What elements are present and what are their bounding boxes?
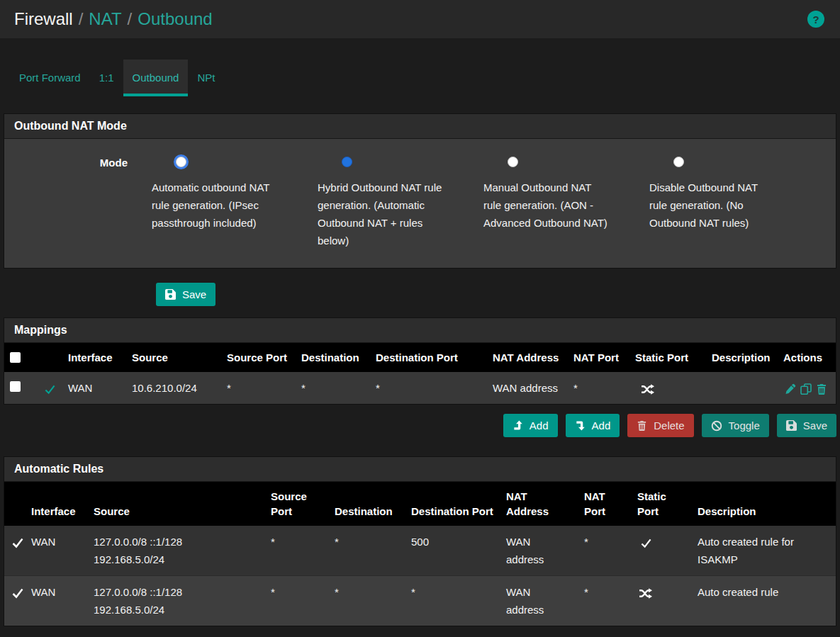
floppy-icon — [786, 420, 797, 431]
radio-automatic[interactable] — [176, 157, 186, 167]
status-col-header — [31, 343, 62, 372]
save-mode-button[interactable]: Save — [156, 283, 215, 306]
outbound-nat-mode-panel: Outbound NAT Mode Mode Automatic outboun… — [4, 113, 836, 269]
check-icon — [640, 538, 652, 548]
cell-nat-port: * — [578, 576, 632, 626]
cell-interface: WAN — [26, 576, 88, 626]
select-all-header — [4, 343, 31, 372]
breadcrumb-link-nat[interactable]: NAT — [89, 9, 121, 28]
col-description: Description — [706, 343, 778, 372]
help-icon[interactable]: ? — [807, 11, 824, 28]
add-rule-bottom-button[interactable]: Add — [566, 414, 620, 437]
save-mappings-button[interactable]: Save — [777, 414, 836, 437]
radio-hybrid[interactable] — [342, 157, 352, 167]
cell-source: 127.0.0.0/8 ::1/128 192.168.5.0/24 — [88, 576, 265, 626]
cell-nat-port: * — [568, 372, 629, 404]
panel-title: Automatic Rules — [4, 457, 836, 482]
rule-enabled-cell — [4, 526, 26, 576]
mappings-action-bar: Add Add Delete Toggle Save — [4, 414, 836, 437]
col-source-port: Source Port — [265, 482, 329, 526]
mode-option-manual: Manual Outbound NAT rule generation. (AO… — [483, 154, 625, 249]
cell-destination: * — [329, 576, 405, 626]
auto-rule-row: WAN 127.0.0.0/8 ::1/128 192.168.5.0/24 *… — [4, 526, 836, 576]
level-down-arrow-icon — [575, 420, 586, 431]
breadcrumb-section: Firewall — [14, 9, 73, 28]
tab-port-forward[interactable]: Port Forward — [10, 60, 90, 96]
cell-nat-address: WAN address — [500, 576, 578, 626]
cell-destination: * — [296, 372, 370, 404]
mode-option-hybrid: Hybrid Outbound NAT rule generation. (Au… — [318, 154, 459, 249]
breadcrumb: Firewall/NAT/Outbound — [14, 9, 807, 29]
col-static-port: Static Port — [629, 343, 706, 372]
check-icon — [11, 537, 24, 548]
mode-field-label: Mode — [16, 154, 128, 249]
cell-actions — [778, 372, 836, 404]
col-nat-address: NAT Address — [500, 482, 578, 526]
cell-static-port — [632, 576, 692, 626]
col-description: Description — [692, 482, 836, 526]
copy-icon[interactable] — [800, 383, 812, 395]
rule-enabled-cell[interactable] — [31, 372, 62, 404]
radio-hybrid-label[interactable]: Hybrid Outbound NAT rule generation. (Au… — [318, 179, 444, 249]
breadcrumb-page: Outbound — [138, 9, 212, 28]
cell-description: Auto created rule for ISAKMP — [692, 526, 836, 576]
cell-static-port — [629, 372, 706, 404]
save-button-label: Save — [182, 288, 206, 300]
col-source: Source — [126, 343, 221, 372]
radio-manual[interactable] — [508, 157, 518, 167]
select-all-checkbox[interactable] — [10, 352, 21, 363]
cell-nat-address: WAN address — [487, 372, 568, 404]
delete-trash-icon[interactable] — [816, 383, 827, 395]
col-source: Source — [88, 482, 265, 526]
cell-destination-port: 500 — [405, 526, 500, 576]
col-nat-port: NAT Port — [568, 343, 629, 372]
check-icon — [44, 384, 56, 395]
col-interface: Interface — [26, 482, 88, 526]
automatic-rules-table: Interface Source Source Port Destination… — [4, 482, 836, 626]
auto-rule-row: WAN 127.0.0.0/8 ::1/128 192.168.5.0/24 *… — [4, 576, 836, 626]
radio-disable-label[interactable]: Disable Outbound NAT rule generation. (N… — [649, 179, 775, 232]
panel-title: Outbound NAT Mode — [4, 114, 836, 139]
cell-destination: * — [329, 526, 405, 576]
radio-disable[interactable] — [673, 157, 684, 167]
floppy-icon — [165, 289, 176, 300]
cell-source-port: * — [265, 576, 329, 626]
row-select-cell — [4, 372, 31, 404]
toggle-selected-button[interactable]: Toggle — [702, 414, 769, 437]
cell-nat-port: * — [578, 526, 632, 576]
edit-pencil-icon[interactable] — [785, 383, 796, 395]
automatic-rules-panel: Automatic Rules Interface Source Source … — [4, 456, 836, 626]
cell-nat-address: WAN address — [500, 526, 578, 576]
panel-title: Mappings — [4, 318, 836, 343]
add-button-label: Add — [530, 419, 549, 432]
mappings-panel: Mappings Interface Source Source Port De… — [4, 317, 836, 405]
trash-icon — [637, 420, 647, 431]
check-icon — [11, 587, 24, 599]
tab-outbound[interactable]: Outbound — [123, 60, 189, 96]
delete-selected-button[interactable]: Delete — [627, 414, 693, 437]
tab-npt[interactable]: NPt — [188, 60, 224, 96]
nat-tab-bar: Port Forward 1:1 Outbound NPt — [4, 38, 836, 96]
tab-1-1[interactable]: 1:1 — [90, 60, 123, 96]
cell-interface: WAN — [26, 526, 88, 576]
cell-destination-port: * — [370, 372, 487, 404]
radio-manual-label[interactable]: Manual Outbound NAT rule generation. (AO… — [483, 179, 610, 232]
mode-option-automatic: Automatic outbound NAT rule generation. … — [152, 154, 293, 249]
cell-source-port: * — [221, 372, 296, 404]
shuffle-icon — [641, 384, 654, 395]
row-checkbox[interactable] — [10, 381, 21, 392]
col-source-port: Source Port — [221, 343, 296, 372]
col-destination-port: Destination Port — [405, 482, 500, 526]
cell-source: 127.0.0.0/8 ::1/128 192.168.5.0/24 — [88, 526, 265, 576]
rule-enabled-cell — [4, 576, 26, 626]
col-static-port: Static Port — [632, 482, 692, 526]
mapping-row: WAN 10.6.210.0/24 * * * WAN address * — [4, 372, 836, 404]
add-rule-top-button[interactable]: Add — [503, 414, 558, 437]
col-destination: Destination — [329, 482, 405, 526]
mappings-table: Interface Source Source Port Destination… — [4, 343, 836, 404]
breadcrumb-separator: / — [122, 9, 138, 28]
cell-static-port — [632, 526, 692, 576]
mode-option-disable: Disable Outbound NAT rule generation. (N… — [649, 154, 791, 249]
radio-automatic-label[interactable]: Automatic outbound NAT rule generation. … — [152, 179, 278, 232]
breadcrumb-bar: Firewall/NAT/Outbound ? — [0, 0, 840, 38]
